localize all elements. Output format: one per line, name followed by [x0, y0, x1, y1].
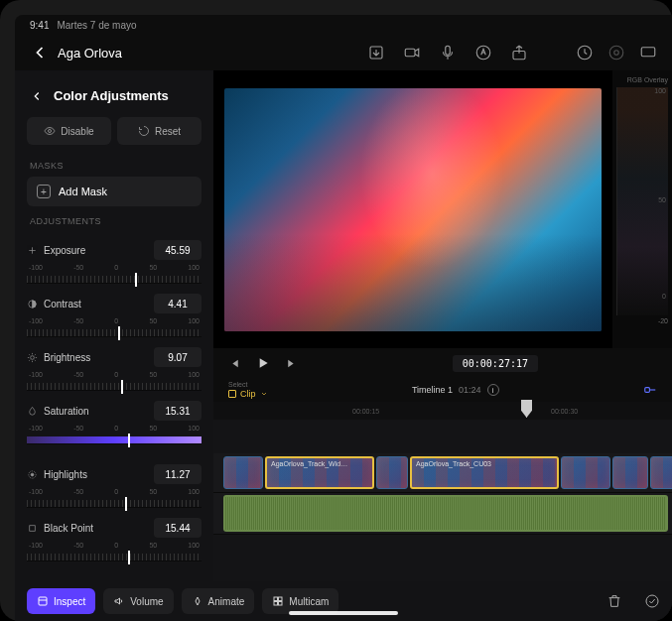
- black-point-icon: [27, 523, 38, 534]
- eye-icon: [44, 125, 56, 137]
- info-icon[interactable]: i: [487, 384, 499, 396]
- status-date: Martes 7 de mayo: [57, 20, 136, 31]
- video-clip[interactable]: [561, 456, 610, 489]
- history-icon[interactable]: [576, 44, 594, 62]
- svg-rect-14: [30, 525, 36, 531]
- scope-graph: 100 50 0: [616, 87, 668, 315]
- panel-title: Color Adjustments: [54, 88, 169, 103]
- brightness-icon: [27, 352, 38, 363]
- masks-section-label: MASKS: [15, 151, 213, 177]
- svg-point-7: [614, 51, 619, 56]
- chevron-down-icon: [260, 390, 268, 398]
- adj-label: Black Point: [44, 523, 93, 534]
- adj-value[interactable]: 45.59: [154, 240, 202, 260]
- adj-slider[interactable]: -100-50050100: [27, 371, 202, 393]
- adj-value[interactable]: 15.44: [154, 518, 202, 538]
- adj-label: Contrast: [44, 299, 81, 310]
- timecode-display[interactable]: 00:00:27:17: [453, 355, 538, 372]
- video-clip[interactable]: [376, 456, 408, 489]
- exposure-icon: [27, 245, 38, 256]
- timeline-title: Timeline 1: [412, 385, 453, 395]
- reset-icon: [138, 125, 150, 137]
- svg-rect-20: [279, 602, 283, 606]
- video-clip[interactable]: [612, 456, 648, 489]
- transport-controls: 00:00:27:17: [213, 348, 672, 378]
- prev-frame-icon[interactable]: [228, 357, 241, 370]
- volume-button[interactable]: Volume: [103, 588, 173, 614]
- svg-point-9: [49, 130, 52, 133]
- svg-rect-16: [39, 597, 47, 605]
- video-clip[interactable]: [650, 456, 672, 489]
- adj-value[interactable]: 4.41: [154, 294, 202, 313]
- clip-selector[interactable]: Clip: [228, 389, 268, 399]
- volume-icon: [113, 595, 125, 607]
- video-frame: [224, 88, 602, 331]
- import-icon[interactable]: [367, 44, 385, 62]
- title-bar: Aga Orlova: [15, 35, 672, 70]
- adj-value[interactable]: 9.07: [154, 347, 202, 367]
- adj-label: Highlights: [44, 469, 87, 480]
- camera-icon[interactable]: [403, 44, 421, 62]
- chevron-left-icon[interactable]: [30, 89, 44, 103]
- audio-track[interactable]: [213, 493, 672, 535]
- text-style-icon[interactable]: [474, 44, 492, 62]
- play-icon[interactable]: [255, 355, 271, 371]
- add-mask-button[interactable]: + Add Mask: [27, 177, 202, 206]
- disable-button[interactable]: Disable: [27, 117, 111, 145]
- svg-point-6: [609, 46, 623, 60]
- adj-label: Saturation: [44, 406, 89, 417]
- adj-slider[interactable]: -100-50050100: [27, 542, 202, 563]
- animate-button[interactable]: Animate: [182, 588, 255, 614]
- saturation-icon: [27, 406, 38, 417]
- inspect-icon: [37, 595, 49, 607]
- timeline-header: Select Clip Timeline 1 01:24 i: [213, 378, 672, 402]
- adj-slider[interactable]: -100-50050100: [27, 425, 202, 446]
- timeline-tracks[interactable]: AgaOrlova_Track_Wid… AgaOrlova_Track_CU0…: [213, 420, 672, 581]
- audio-clip[interactable]: [223, 495, 668, 532]
- adj-slider[interactable]: -100-50050100: [27, 317, 202, 339]
- status-bar: 9:41 Martes 7 de mayo: [15, 15, 672, 35]
- video-viewer[interactable]: [213, 70, 612, 348]
- svg-point-21: [646, 595, 658, 607]
- timeline-ruler[interactable]: 00:00:15 00:00:30: [213, 402, 672, 420]
- animate-icon: [192, 595, 203, 607]
- status-time: 9:41: [30, 20, 49, 31]
- home-indicator[interactable]: [289, 611, 398, 615]
- plus-icon: +: [37, 185, 51, 198]
- video-clip[interactable]: AgaOrlova_Track_Wid…: [265, 456, 374, 489]
- reset-button[interactable]: Reset: [117, 117, 202, 145]
- done-icon[interactable]: [644, 593, 660, 609]
- svg-rect-2: [446, 46, 451, 55]
- adj-value[interactable]: 11.27: [154, 464, 202, 484]
- video-clip[interactable]: [223, 456, 263, 489]
- svg-rect-15: [645, 388, 650, 393]
- adj-slider[interactable]: -100-50050100: [27, 264, 202, 286]
- adj-slider[interactable]: -100-50050100: [27, 488, 202, 510]
- svg-rect-19: [274, 602, 278, 606]
- svg-point-11: [31, 355, 35, 359]
- adj-value[interactable]: 15.31: [154, 401, 202, 421]
- mic-icon[interactable]: [439, 44, 457, 62]
- svg-point-13: [31, 473, 34, 476]
- inspect-button[interactable]: Inspect: [27, 588, 95, 614]
- trash-icon[interactable]: [606, 593, 622, 609]
- connect-icon[interactable]: [643, 383, 657, 397]
- highlights-icon: [27, 469, 38, 480]
- video-clip[interactable]: AgaOrlova_Track_CU03: [410, 456, 559, 489]
- inspector-sidebar: Color Adjustments Disable Reset MASKS + …: [15, 70, 213, 581]
- adjustments-section-label: ADJUSTMENTS: [15, 206, 213, 232]
- contrast-icon: [27, 299, 38, 310]
- svg-rect-1: [405, 49, 415, 57]
- video-track[interactable]: AgaOrlova_Track_Wid… AgaOrlova_Track_CU0…: [213, 453, 672, 493]
- svg-rect-18: [279, 597, 283, 601]
- timeline-duration: 01:24: [459, 385, 481, 395]
- share-icon[interactable]: [510, 44, 528, 62]
- display-icon[interactable]: [639, 44, 657, 62]
- settings-icon[interactable]: [607, 44, 625, 62]
- back-icon[interactable]: [30, 43, 50, 62]
- svg-rect-17: [274, 597, 278, 601]
- clip-icon: [228, 390, 236, 398]
- adj-label: Exposure: [44, 245, 85, 256]
- scopes-panel: RGB Overlay 100 50 0 -20: [612, 70, 672, 348]
- next-frame-icon[interactable]: [285, 357, 298, 370]
